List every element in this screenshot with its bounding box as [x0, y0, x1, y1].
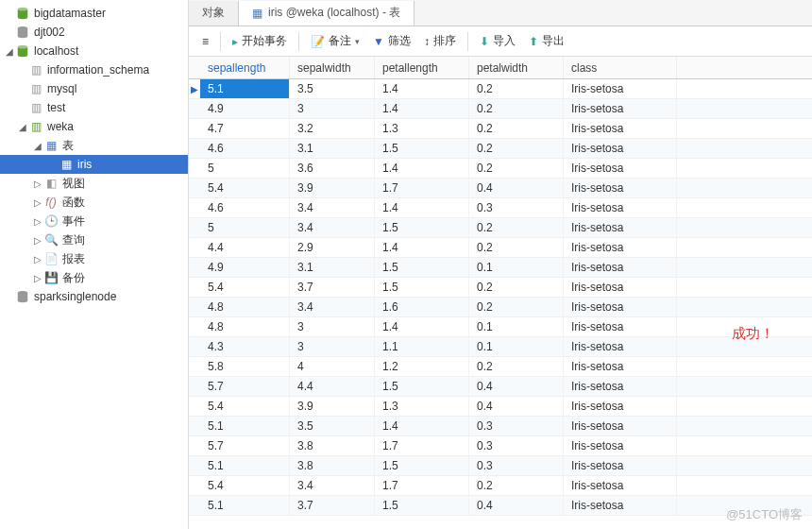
table-row[interactable]: 5.74.41.50.4Iris-setosa — [189, 377, 812, 397]
cell[interactable]: Iris-setosa — [564, 119, 677, 138]
cell[interactable]: 0.1 — [469, 317, 564, 336]
expand-icon[interactable]: ◢ — [4, 46, 15, 57]
cell[interactable]: 4.7 — [200, 119, 290, 138]
cell[interactable]: 3.4 — [290, 298, 375, 316]
cell[interactable]: Iris-setosa — [564, 397, 677, 416]
table-row[interactable]: ▶5.13.51.40.2Iris-setosa — [189, 79, 812, 99]
table-row[interactable]: 4.931.40.2Iris-setosa — [189, 99, 812, 119]
cell[interactable]: Iris-setosa — [564, 79, 677, 98]
connection-localhost[interactable]: ◢ localhost — [0, 42, 188, 60]
cell[interactable]: 1.1 — [375, 337, 469, 356]
cell[interactable]: 3 — [290, 317, 375, 336]
table-row[interactable]: 5.43.41.70.2Iris-setosa — [189, 476, 812, 496]
cell[interactable]: 1.4 — [375, 79, 469, 98]
table-row[interactable]: 5.13.71.50.4Iris-setosa — [189, 496, 812, 516]
cell[interactable]: 0.2 — [469, 79, 564, 98]
table-row[interactable]: 4.42.91.40.2Iris-setosa — [189, 238, 812, 258]
folder-backup[interactable]: ▷💾 备份 — [0, 268, 188, 287]
cell[interactable]: 5.4 — [200, 397, 290, 416]
cell[interactable]: Iris-setosa — [564, 159, 677, 178]
cell[interactable]: 3.1 — [290, 258, 375, 277]
folder-queries[interactable]: ▷🔍 查询 — [0, 230, 188, 249]
expand-icon[interactable]: ◢ — [17, 122, 28, 132]
table-row[interactable]: 4.73.21.30.2Iris-setosa — [189, 119, 812, 139]
cell[interactable]: 3.5 — [290, 79, 375, 98]
cell[interactable]: Iris-setosa — [564, 298, 677, 316]
cell[interactable]: 2.9 — [290, 238, 375, 257]
cell[interactable]: Iris-setosa — [564, 139, 677, 158]
table-row[interactable]: 5.13.51.40.3Iris-setosa — [189, 417, 812, 436]
cell[interactable]: 3.9 — [290, 179, 375, 197]
cell[interactable]: Iris-setosa — [564, 238, 677, 257]
cell[interactable]: 0.4 — [469, 377, 564, 396]
folder-tables[interactable]: ◢▦ 表 — [0, 136, 188, 155]
cell[interactable]: 4.4 — [290, 377, 375, 396]
cell[interactable]: 5.1 — [200, 79, 290, 98]
cell[interactable]: 3.4 — [290, 218, 375, 237]
expand-icon[interactable]: ▷ — [32, 235, 43, 246]
cell[interactable]: 0.2 — [469, 238, 564, 257]
table-row[interactable]: 4.63.41.40.3Iris-setosa — [189, 198, 812, 218]
cell[interactable]: 0.3 — [469, 456, 564, 475]
cell[interactable]: 0.2 — [469, 139, 564, 158]
expand-icon[interactable]: ◢ — [32, 141, 43, 151]
cell[interactable]: 3.7 — [290, 496, 375, 515]
db-weka[interactable]: ◢▥ weka — [0, 117, 188, 136]
cell[interactable]: 1.3 — [375, 397, 469, 416]
cell[interactable]: 1.4 — [375, 159, 469, 178]
cell[interactable]: 4.4 — [200, 238, 290, 257]
filter-button[interactable]: ▼ 筛选 — [367, 30, 416, 53]
cell[interactable]: 1.5 — [375, 218, 469, 237]
cell[interactable]: 4 — [290, 357, 375, 376]
tab-objects[interactable]: 对象 — [189, 1, 239, 26]
expand-icon[interactable]: ▷ — [32, 179, 43, 189]
cell[interactable]: 1.5 — [375, 377, 469, 396]
table-row[interactable]: 4.93.11.50.1Iris-setosa — [189, 258, 812, 278]
cell[interactable]: 1.3 — [375, 119, 469, 138]
connection-djt002[interactable]: djt002 — [0, 23, 188, 42]
cell[interactable]: 0.2 — [469, 99, 564, 118]
cell[interactable]: 5.1 — [200, 417, 290, 435]
connection-bigdatamaster[interactable]: bigdatamaster — [0, 4, 188, 23]
cell[interactable]: 1.4 — [375, 317, 469, 336]
import-button[interactable]: ⬇ 导入 — [474, 30, 521, 53]
cell[interactable]: 0.2 — [469, 278, 564, 297]
cell[interactable]: 3.1 — [290, 139, 375, 158]
table-row[interactable]: 5.13.81.50.3Iris-setosa — [189, 456, 812, 476]
cell[interactable]: 0.4 — [469, 496, 564, 515]
cell[interactable]: 4.9 — [200, 99, 290, 118]
cell[interactable]: 1.5 — [375, 278, 469, 297]
cell[interactable]: 0.3 — [469, 198, 564, 217]
cell[interactable]: 0.2 — [469, 476, 564, 495]
cell[interactable]: 0.2 — [469, 218, 564, 237]
expand-icon[interactable]: ▷ — [32, 216, 43, 227]
cell[interactable]: 5.1 — [200, 496, 290, 515]
start-transaction-button[interactable]: ▸ 开始事务 — [227, 30, 293, 53]
cell[interactable]: 4.9 — [200, 258, 290, 277]
cell[interactable]: 0.4 — [469, 179, 564, 197]
table-row[interactable]: 5.43.91.30.4Iris-setosa — [189, 397, 812, 417]
table-row[interactable]: 4.331.10.1Iris-setosa — [189, 337, 812, 357]
cell[interactable]: Iris-setosa — [564, 377, 677, 396]
cell[interactable]: 5.4 — [200, 476, 290, 495]
cell[interactable]: Iris-setosa — [564, 258, 677, 277]
cell[interactable]: 3.9 — [290, 397, 375, 416]
cell[interactable]: 0.2 — [469, 298, 564, 316]
cell[interactable]: 5.7 — [200, 377, 290, 396]
cell[interactable]: 1.7 — [375, 436, 469, 455]
table-row[interactable]: 5.43.91.70.4Iris-setosa — [189, 179, 812, 198]
table-row[interactable]: 4.83.41.60.2Iris-setosa — [189, 298, 812, 317]
column-class[interactable]: class — [564, 57, 677, 78]
cell[interactable]: 4.8 — [200, 317, 290, 336]
cell[interactable]: 0.3 — [469, 417, 564, 435]
cell[interactable]: 1.4 — [375, 99, 469, 118]
cell[interactable]: 0.2 — [469, 159, 564, 178]
cell[interactable]: 1.7 — [375, 179, 469, 197]
cell[interactable]: 1.5 — [375, 456, 469, 475]
cell[interactable]: 3.8 — [290, 436, 375, 455]
cell[interactable]: 5 — [200, 159, 290, 178]
db-mysql[interactable]: ▥ mysql — [0, 79, 188, 98]
cell[interactable]: Iris-setosa — [564, 99, 677, 118]
cell[interactable]: Iris-setosa — [564, 357, 677, 376]
cell[interactable]: Iris-setosa — [564, 317, 677, 336]
